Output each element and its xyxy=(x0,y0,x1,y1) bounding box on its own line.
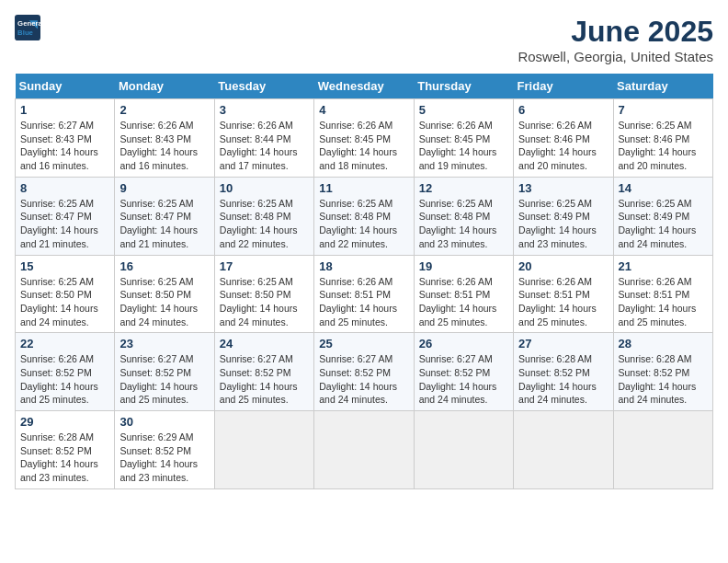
calendar-subtitle: Roswell, Georgia, United States xyxy=(518,49,713,64)
calendar-cell: 12Sunrise: 6:25 AMSunset: 8:48 PMDayligh… xyxy=(414,177,513,255)
day-number: 21 xyxy=(619,259,708,273)
day-number: 4 xyxy=(319,103,408,117)
day-number: 29 xyxy=(20,415,109,429)
weekday-header-sunday: Sunday xyxy=(16,74,115,99)
day-detail: Sunrise: 6:27 AMSunset: 8:52 PMDaylight:… xyxy=(319,352,408,407)
day-detail: Sunrise: 6:25 AMSunset: 8:48 PMDaylight:… xyxy=(220,197,309,251)
calendar-cell: 1Sunrise: 6:27 AMSunset: 8:43 PMDaylight… xyxy=(16,99,115,178)
day-detail: Sunrise: 6:26 AMSunset: 8:46 PMDaylight:… xyxy=(518,119,608,173)
calendar-cell xyxy=(214,411,313,489)
calendar-cell: 8Sunrise: 6:25 AMSunset: 8:47 PMDaylight… xyxy=(16,177,115,255)
day-number: 17 xyxy=(220,259,309,273)
calendar-week-1: 1Sunrise: 6:27 AMSunset: 8:43 PMDaylight… xyxy=(16,99,713,178)
day-number: 9 xyxy=(119,181,209,195)
calendar-cell: 11Sunrise: 6:25 AMSunset: 8:48 PMDayligh… xyxy=(314,177,414,255)
calendar-cell: 25Sunrise: 6:27 AMSunset: 8:52 PMDayligh… xyxy=(314,333,414,411)
day-number: 2 xyxy=(119,103,209,117)
calendar-cell: 21Sunrise: 6:26 AMSunset: 8:51 PMDayligh… xyxy=(613,255,712,333)
calendar-cell: 22Sunrise: 6:26 AMSunset: 8:52 PMDayligh… xyxy=(16,333,115,411)
day-detail: Sunrise: 6:29 AMSunset: 8:52 PMDaylight:… xyxy=(119,431,209,485)
day-detail: Sunrise: 6:26 AMSunset: 8:45 PMDaylight:… xyxy=(419,119,508,173)
day-number: 18 xyxy=(319,259,408,273)
calendar-cell: 14Sunrise: 6:25 AMSunset: 8:49 PMDayligh… xyxy=(613,177,712,255)
calendar-week-2: 8Sunrise: 6:25 AMSunset: 8:47 PMDaylight… xyxy=(16,177,713,255)
logo: General Blue xyxy=(15,15,40,40)
day-detail: Sunrise: 6:25 AMSunset: 8:50 PMDaylight:… xyxy=(220,275,309,329)
calendar-cell: 20Sunrise: 6:26 AMSunset: 8:51 PMDayligh… xyxy=(514,255,613,333)
weekday-header-tuesday: Tuesday xyxy=(214,74,313,99)
day-number: 3 xyxy=(220,103,309,117)
day-detail: Sunrise: 6:25 AMSunset: 8:48 PMDaylight:… xyxy=(419,197,508,251)
day-detail: Sunrise: 6:27 AMSunset: 8:52 PMDaylight:… xyxy=(419,352,508,407)
calendar-cell: 24Sunrise: 6:27 AMSunset: 8:52 PMDayligh… xyxy=(214,333,313,411)
day-detail: Sunrise: 6:25 AMSunset: 8:48 PMDaylight:… xyxy=(319,197,408,251)
day-number: 23 xyxy=(119,337,209,350)
weekday-header-monday: Monday xyxy=(115,74,214,99)
calendar-cell xyxy=(314,411,414,489)
calendar-cell: 30Sunrise: 6:29 AMSunset: 8:52 PMDayligh… xyxy=(115,411,214,489)
calendar-cell xyxy=(514,411,613,489)
weekday-header-thursday: Thursday xyxy=(414,74,513,99)
calendar-cell: 29Sunrise: 6:28 AMSunset: 8:52 PMDayligh… xyxy=(16,411,115,489)
day-detail: Sunrise: 6:28 AMSunset: 8:52 PMDaylight:… xyxy=(20,431,109,485)
day-detail: Sunrise: 6:25 AMSunset: 8:50 PMDaylight:… xyxy=(119,275,209,329)
calendar-cell: 19Sunrise: 6:26 AMSunset: 8:51 PMDayligh… xyxy=(414,255,513,333)
calendar-cell: 6Sunrise: 6:26 AMSunset: 8:46 PMDaylight… xyxy=(514,99,613,178)
day-detail: Sunrise: 6:27 AMSunset: 8:52 PMDaylight:… xyxy=(119,352,209,407)
day-detail: Sunrise: 6:26 AMSunset: 8:51 PMDaylight:… xyxy=(319,275,408,329)
day-number: 8 xyxy=(20,181,109,195)
svg-text:General: General xyxy=(17,19,40,28)
calendar-cell: 28Sunrise: 6:28 AMSunset: 8:52 PMDayligh… xyxy=(613,333,712,411)
title-area: June 2025 Roswell, Georgia, United State… xyxy=(518,15,713,64)
calendar-cell: 3Sunrise: 6:26 AMSunset: 8:44 PMDaylight… xyxy=(214,99,313,178)
calendar-week-5: 29Sunrise: 6:28 AMSunset: 8:52 PMDayligh… xyxy=(16,411,713,489)
day-detail: Sunrise: 6:25 AMSunset: 8:49 PMDaylight:… xyxy=(619,197,708,251)
day-detail: Sunrise: 6:27 AMSunset: 8:43 PMDaylight:… xyxy=(20,119,109,173)
day-number: 1 xyxy=(20,103,109,117)
logo-icon: General Blue xyxy=(15,15,40,40)
calendar-cell: 27Sunrise: 6:28 AMSunset: 8:52 PMDayligh… xyxy=(514,333,613,411)
day-detail: Sunrise: 6:26 AMSunset: 8:51 PMDaylight:… xyxy=(518,275,608,329)
day-detail: Sunrise: 6:26 AMSunset: 8:51 PMDaylight:… xyxy=(419,275,508,329)
header: General Blue June 2025 Roswell, Georgia,… xyxy=(15,15,713,64)
day-detail: Sunrise: 6:26 AMSunset: 8:45 PMDaylight:… xyxy=(319,119,408,173)
calendar-cell: 5Sunrise: 6:26 AMSunset: 8:45 PMDaylight… xyxy=(414,99,513,178)
calendar-table: SundayMondayTuesdayWednesdayThursdayFrid… xyxy=(15,74,713,489)
day-detail: Sunrise: 6:28 AMSunset: 8:52 PMDaylight:… xyxy=(619,352,708,407)
weekday-header-row: SundayMondayTuesdayWednesdayThursdayFrid… xyxy=(16,74,713,99)
day-number: 6 xyxy=(518,103,608,117)
day-number: 16 xyxy=(119,259,209,273)
calendar-cell xyxy=(613,411,712,489)
day-detail: Sunrise: 6:25 AMSunset: 8:46 PMDaylight:… xyxy=(619,119,708,173)
day-number: 15 xyxy=(20,259,109,273)
day-detail: Sunrise: 6:25 AMSunset: 8:50 PMDaylight:… xyxy=(20,275,109,329)
weekday-header-wednesday: Wednesday xyxy=(314,74,414,99)
calendar-week-3: 15Sunrise: 6:25 AMSunset: 8:50 PMDayligh… xyxy=(16,255,713,333)
day-detail: Sunrise: 6:25 AMSunset: 8:49 PMDaylight:… xyxy=(518,197,608,251)
calendar-cell: 9Sunrise: 6:25 AMSunset: 8:47 PMDaylight… xyxy=(115,177,214,255)
calendar-cell xyxy=(414,411,513,489)
day-number: 10 xyxy=(220,181,309,195)
day-number: 20 xyxy=(518,259,608,273)
calendar-cell: 13Sunrise: 6:25 AMSunset: 8:49 PMDayligh… xyxy=(514,177,613,255)
day-number: 14 xyxy=(619,181,708,195)
weekday-header-saturday: Saturday xyxy=(613,74,712,99)
day-detail: Sunrise: 6:27 AMSunset: 8:52 PMDaylight:… xyxy=(220,352,309,407)
day-number: 28 xyxy=(619,337,708,350)
calendar-cell: 18Sunrise: 6:26 AMSunset: 8:51 PMDayligh… xyxy=(314,255,414,333)
svg-text:Blue: Blue xyxy=(17,29,34,37)
day-number: 13 xyxy=(518,181,608,195)
calendar-cell: 23Sunrise: 6:27 AMSunset: 8:52 PMDayligh… xyxy=(115,333,214,411)
calendar-cell: 10Sunrise: 6:25 AMSunset: 8:48 PMDayligh… xyxy=(214,177,313,255)
day-number: 5 xyxy=(419,103,508,117)
day-detail: Sunrise: 6:25 AMSunset: 8:47 PMDaylight:… xyxy=(20,197,109,251)
day-number: 19 xyxy=(419,259,508,273)
day-number: 24 xyxy=(220,337,309,350)
day-number: 22 xyxy=(20,337,109,350)
calendar-title: June 2025 xyxy=(518,15,713,49)
calendar-cell: 15Sunrise: 6:25 AMSunset: 8:50 PMDayligh… xyxy=(16,255,115,333)
day-detail: Sunrise: 6:26 AMSunset: 8:51 PMDaylight:… xyxy=(619,275,708,329)
day-detail: Sunrise: 6:26 AMSunset: 8:52 PMDaylight:… xyxy=(20,352,109,407)
day-number: 27 xyxy=(518,337,608,350)
calendar-cell: 4Sunrise: 6:26 AMSunset: 8:45 PMDaylight… xyxy=(314,99,414,178)
